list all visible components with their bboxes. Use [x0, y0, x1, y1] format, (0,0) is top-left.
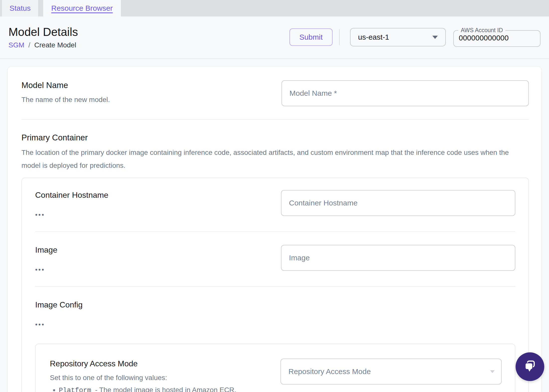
primary-container-description: The location of the primary docker image…	[21, 146, 529, 172]
container-hostname-expander[interactable]: •••	[35, 211, 45, 218]
image-heading: Image	[35, 245, 271, 255]
repository-access-mode-select[interactable]: Repository Access Mode	[280, 359, 502, 385]
image-config-row: Image Config •••	[35, 300, 515, 328]
repository-access-mode-select-wrap: Repository Access Mode	[280, 359, 502, 392]
aws-account-id-input[interactable]	[454, 33, 540, 46]
model-name-row: Model Name The name of the new model.	[21, 80, 529, 106]
divider	[21, 119, 529, 120]
breadcrumb-current: Create Model	[34, 41, 76, 49]
model-name-description: The name of the new model.	[21, 95, 272, 105]
image-input[interactable]	[281, 245, 515, 271]
chevron-down-icon	[490, 370, 495, 373]
option-code: Platform	[59, 387, 91, 392]
container-hostname-labels: Container Hostname •••	[35, 190, 271, 218]
repository-access-mode-labels: Repository Access Mode Set this to one o…	[50, 359, 271, 392]
option-text: - The model image is hosted in Amazon EC…	[95, 386, 236, 392]
breadcrumb: SGM / Create Model	[8, 41, 78, 49]
image-config-group: Repository Access Mode Set this to one o…	[35, 344, 515, 392]
divider	[35, 231, 515, 232]
model-name-heading: Model Name	[21, 80, 272, 90]
region-select[interactable]: us-east-1	[350, 28, 446, 46]
aws-account-id-label: AWS Account ID	[458, 27, 505, 33]
repository-access-mode-row: Repository Access Mode Set this to one o…	[50, 359, 502, 392]
repository-access-mode-options-list: Platform - The model image is hosted in …	[50, 385, 271, 392]
model-name-input[interactable]	[281, 80, 529, 106]
model-name-labels: Model Name The name of the new model.	[21, 80, 272, 106]
header-controls: Submit us-east-1 AWS Account ID	[289, 27, 541, 47]
image-config-labels: Image Config •••	[35, 300, 515, 328]
primary-container-heading: Primary Container	[21, 133, 529, 143]
tab-status[interactable]: Status	[2, 0, 38, 16]
container-hostname-row: Container Hostname •••	[35, 190, 515, 218]
model-name-input-wrap	[281, 80, 529, 106]
list-item: Platform - The model image is hosted in …	[59, 385, 271, 392]
primary-container-group: Container Hostname ••• Image •••	[21, 178, 529, 392]
region-select-value: us-east-1	[358, 33, 389, 41]
repository-access-mode-heading: Repository Access Mode	[50, 359, 271, 369]
page: Status Resource Browser Model Details SG…	[0, 0, 549, 392]
image-config-heading: Image Config	[35, 300, 515, 310]
image-row: Image •••	[35, 245, 515, 273]
chevron-down-icon	[432, 36, 438, 39]
divider	[35, 286, 515, 287]
tab-bar: Status Resource Browser	[0, 0, 549, 16]
image-input-wrap	[281, 245, 515, 273]
tab-resource-browser-label: Resource Browser	[51, 4, 113, 12]
image-labels: Image •••	[35, 245, 271, 273]
chat-launcher-button[interactable]	[516, 352, 544, 381]
image-expander[interactable]: •••	[35, 266, 45, 273]
repository-access-mode-description: Set this to one of the following values:	[50, 373, 271, 383]
aws-account-id-field: AWS Account ID	[453, 27, 541, 47]
page-header: Model Details SGM / Create Model Submit …	[0, 16, 549, 59]
page-title: Model Details	[8, 25, 78, 39]
model-details-card: Model Name The name of the new model. Pr…	[7, 66, 542, 392]
breadcrumb-separator: /	[28, 41, 30, 49]
chat-bubbles-icon	[522, 359, 538, 375]
tab-resource-browser[interactable]: Resource Browser	[43, 0, 121, 16]
tab-status-label: Status	[9, 4, 31, 12]
container-hostname-input[interactable]	[281, 190, 515, 216]
repository-access-mode-placeholder: Repository Access Mode	[288, 367, 371, 376]
container-hostname-heading: Container Hostname	[35, 190, 271, 200]
image-config-expander[interactable]: •••	[35, 321, 45, 328]
breadcrumb-parent-link[interactable]: SGM	[8, 41, 24, 49]
submit-button[interactable]: Submit	[289, 28, 333, 46]
header-title-block: Model Details SGM / Create Model	[8, 25, 78, 49]
container-hostname-input-wrap	[281, 190, 515, 218]
header-vertical-divider	[339, 29, 340, 45]
